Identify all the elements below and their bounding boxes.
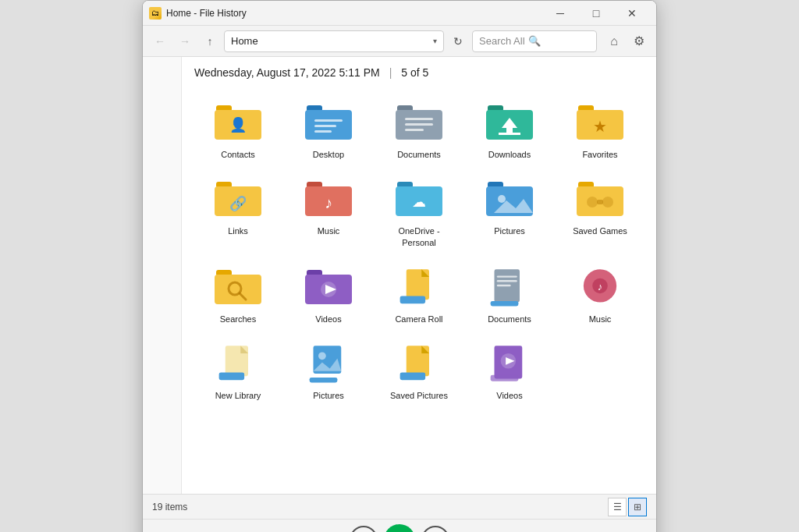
folder-newlibrary[interactable]: New Library — [194, 335, 282, 406]
folder-label-cameraroll: Camera Roll — [395, 314, 442, 325]
back-button[interactable]: ← — [149, 30, 171, 52]
svg-rect-7 — [314, 130, 332, 133]
svg-text:🔗: 🔗 — [229, 195, 247, 212]
folder-pictures2[interactable]: Pictures — [285, 335, 372, 406]
folder-cameraroll[interactable]: Camera Roll — [375, 259, 463, 329]
home-icon-button[interactable]: ⌂ — [603, 30, 625, 52]
folder-label-documents: Documents — [397, 149, 441, 160]
folder-label-downloads: Downloads — [488, 149, 531, 160]
toolbar: ← → ↑ Home ▾ ↻ Search All 🔍 ⌂ ⚙ — [143, 26, 656, 57]
next-button[interactable]: ⏭ — [421, 526, 449, 533]
prev-button[interactable]: ⏮ — [350, 526, 378, 533]
folder-label-links: Links — [228, 225, 248, 236]
svg-point-32 — [498, 195, 506, 203]
icons-grid: 👤 Contacts — [194, 91, 644, 409]
folder-videos[interactable]: Videos — [285, 259, 372, 329]
svg-text:☁: ☁ — [412, 194, 426, 210]
version-info: 5 of 5 — [401, 66, 428, 79]
svg-point-62 — [318, 353, 326, 360]
folder-downloads[interactable]: Downloads — [466, 94, 553, 165]
sidebar — [143, 57, 182, 494]
folder-label-savedpictures: Saved Pictures — [390, 390, 448, 401]
toolbar-right-icons: ⌂ ⚙ — [603, 30, 650, 52]
search-placeholder: Search All — [479, 35, 525, 47]
svg-rect-49 — [400, 296, 426, 303]
svg-rect-60 — [219, 373, 245, 381]
search-bar[interactable]: Search All 🔍 — [472, 30, 597, 52]
svg-rect-54 — [491, 301, 519, 307]
svg-rect-64 — [310, 378, 338, 383]
address-bar[interactable]: Home ▾ — [224, 30, 444, 52]
minimize-button[interactable]: ─ — [542, 1, 578, 26]
folder-documents2[interactable]: Documents — [466, 259, 553, 329]
svg-rect-38 — [597, 200, 603, 204]
svg-rect-52 — [497, 280, 517, 282]
folder-pictures[interactable]: Pictures — [466, 171, 553, 253]
folder-label-pictures: Pictures — [494, 225, 525, 236]
svg-rect-71 — [491, 375, 519, 381]
main-window: 🗂 Home - File History ─ □ ✕ ← → ↑ Home ▾… — [142, 0, 657, 532]
svg-rect-67 — [400, 373, 426, 381]
main-content: Wednesday, August 17, 2022 5:11 PM | 5 o… — [143, 57, 656, 494]
svg-rect-6 — [314, 125, 336, 127]
up-button[interactable]: ↑ — [199, 30, 221, 52]
status-bar: 19 items ☰ ⊞ — [143, 494, 656, 519]
forward-button[interactable]: → — [174, 30, 196, 52]
folder-searches[interactable]: Searches — [194, 259, 282, 329]
svg-text:👤: 👤 — [229, 116, 247, 133]
date-separator: | — [389, 66, 392, 79]
svg-text:♪: ♪ — [598, 281, 603, 293]
settings-icon-button[interactable]: ⚙ — [628, 30, 650, 52]
svg-rect-53 — [497, 285, 511, 286]
app-icon: 🗂 — [149, 7, 162, 20]
folder-savedpictures[interactable]: Saved Pictures — [375, 335, 463, 406]
svg-rect-16 — [506, 128, 513, 133]
folder-label-favorites: Favorites — [582, 149, 617, 160]
search-icon: 🔍 — [528, 35, 541, 47]
folder-music2[interactable]: ♪ Music — [556, 259, 644, 329]
folder-savedgames[interactable]: Saved Games — [556, 171, 644, 253]
refresh-button[interactable]: ↻ — [447, 30, 469, 52]
folder-onedrive[interactable]: ☁ OneDrive - Personal — [375, 171, 463, 253]
maximize-button[interactable]: □ — [578, 1, 614, 26]
folder-label-onedrive: OneDrive - Personal — [388, 225, 450, 248]
folder-desktop[interactable]: Desktop — [285, 94, 372, 165]
view-buttons: ☰ ⊞ — [608, 498, 647, 516]
playback-bar: ⏮ ⏭ — [143, 519, 656, 532]
svg-rect-51 — [497, 275, 517, 277]
list-view-button[interactable]: ☰ — [608, 498, 627, 516]
svg-text:♪: ♪ — [325, 194, 332, 211]
folder-label-searches: Searches — [220, 314, 256, 325]
folder-label-documents2: Documents — [488, 314, 531, 325]
folder-label-desktop: Desktop — [313, 149, 344, 160]
folder-videos2[interactable]: Videos — [466, 335, 553, 406]
folder-links[interactable]: 🔗 Links — [194, 171, 282, 253]
svg-rect-17 — [499, 133, 520, 135]
content-area: Wednesday, August 17, 2022 5:11 PM | 5 o… — [182, 57, 656, 494]
folder-label-newlibrary: New Library — [215, 390, 261, 401]
play-button[interactable] — [384, 524, 415, 533]
date-header: Wednesday, August 17, 2022 5:11 PM | 5 o… — [194, 66, 644, 79]
close-button[interactable]: ✕ — [614, 1, 650, 26]
folder-label-videos: Videos — [315, 314, 341, 325]
folder-label-savedgames: Saved Games — [573, 225, 627, 236]
folder-label-music: Music — [318, 225, 340, 236]
address-dropdown-icon: ▾ — [433, 37, 437, 45]
folder-favorites[interactable]: ★ Favorites — [556, 94, 644, 165]
svg-rect-11 — [405, 123, 433, 126]
date-text: Wednesday, August 17, 2022 5:11 PM — [194, 66, 380, 79]
svg-point-37 — [602, 197, 613, 207]
svg-rect-10 — [405, 118, 433, 120]
folder-contacts[interactable]: 👤 Contacts — [194, 94, 282, 165]
svg-rect-40 — [215, 275, 261, 304]
grid-view-button[interactable]: ⊞ — [628, 498, 647, 516]
svg-rect-5 — [314, 119, 343, 122]
folder-documents[interactable]: Documents — [375, 94, 463, 165]
svg-point-36 — [587, 197, 598, 207]
item-count: 19 items — [152, 502, 187, 512]
address-text: Home — [231, 35, 430, 47]
titlebar: 🗂 Home - File History ─ □ ✕ — [143, 1, 656, 26]
window-title: Home - File History — [166, 8, 542, 19]
window-controls: ─ □ ✕ — [542, 1, 650, 26]
folder-music[interactable]: ♪ Music — [285, 171, 372, 253]
